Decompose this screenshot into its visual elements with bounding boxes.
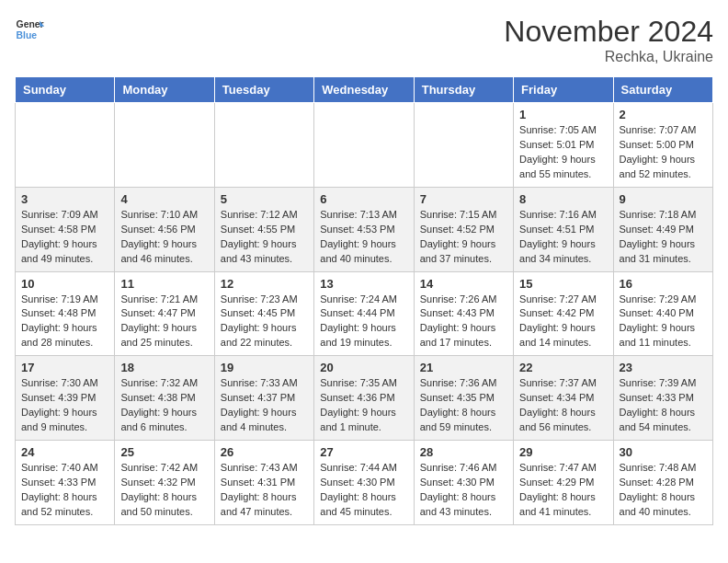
calendar-cell <box>16 103 115 188</box>
logo: General Blue <box>15 15 44 44</box>
day-number: 29 <box>519 445 607 459</box>
day-header-friday: Friday <box>514 77 613 103</box>
day-info: Sunrise: 7:30 AM Sunset: 4:39 PM Dayligh… <box>21 376 108 435</box>
day-info: Sunrise: 7:33 AM Sunset: 4:37 PM Dayligh… <box>221 376 308 435</box>
day-info: Sunrise: 7:42 AM Sunset: 4:32 PM Dayligh… <box>120 461 208 520</box>
day-number: 9 <box>620 192 707 206</box>
calendar-week-row: 1Sunrise: 7:05 AM Sunset: 5:01 PM Daylig… <box>16 103 713 188</box>
day-number: 22 <box>519 361 607 374</box>
day-number: 11 <box>120 277 208 291</box>
day-info: Sunrise: 7:32 AM Sunset: 4:38 PM Dayligh… <box>120 376 208 435</box>
day-number: 7 <box>420 192 507 206</box>
calendar-cell: 29Sunrise: 7:47 AM Sunset: 4:29 PM Dayli… <box>514 441 613 525</box>
calendar-cell: 3Sunrise: 7:09 AM Sunset: 4:58 PM Daylig… <box>16 187 115 271</box>
svg-text:Blue: Blue <box>17 30 38 40</box>
day-info: Sunrise: 7:46 AM Sunset: 4:30 PM Dayligh… <box>420 461 507 520</box>
calendar-cell <box>314 103 414 188</box>
day-info: Sunrise: 7:05 AM Sunset: 5:01 PM Dayligh… <box>519 123 607 182</box>
calendar-cell <box>115 103 214 188</box>
day-info: Sunrise: 7:07 AM Sunset: 5:00 PM Dayligh… <box>620 123 707 182</box>
calendar-cell: 23Sunrise: 7:39 AM Sunset: 4:33 PM Dayli… <box>613 356 712 441</box>
day-info: Sunrise: 7:44 AM Sunset: 4:30 PM Dayligh… <box>320 461 407 520</box>
day-info: Sunrise: 7:10 AM Sunset: 4:56 PM Dayligh… <box>120 208 208 267</box>
day-info: Sunrise: 7:21 AM Sunset: 4:47 PM Dayligh… <box>120 293 208 351</box>
day-header-tuesday: Tuesday <box>214 77 313 103</box>
day-info: Sunrise: 7:15 AM Sunset: 4:52 PM Dayligh… <box>420 208 507 267</box>
calendar-cell: 17Sunrise: 7:30 AM Sunset: 4:39 PM Dayli… <box>16 356 115 441</box>
day-info: Sunrise: 7:36 AM Sunset: 4:35 PM Dayligh… <box>420 376 507 435</box>
day-info: Sunrise: 7:29 AM Sunset: 4:40 PM Dayligh… <box>620 293 707 351</box>
day-number: 19 <box>221 361 308 374</box>
calendar-cell: 27Sunrise: 7:44 AM Sunset: 4:30 PM Dayli… <box>314 441 414 525</box>
day-number: 24 <box>21 445 108 459</box>
calendar-cell: 6Sunrise: 7:13 AM Sunset: 4:53 PM Daylig… <box>314 187 414 271</box>
day-number: 25 <box>120 445 208 459</box>
calendar-cell: 5Sunrise: 7:12 AM Sunset: 4:55 PM Daylig… <box>214 187 313 271</box>
calendar-body: 1Sunrise: 7:05 AM Sunset: 5:01 PM Daylig… <box>16 103 713 525</box>
calendar-cell <box>414 103 513 188</box>
day-info: Sunrise: 7:35 AM Sunset: 4:36 PM Dayligh… <box>320 376 407 435</box>
calendar-cell: 2Sunrise: 7:07 AM Sunset: 5:00 PM Daylig… <box>613 103 712 188</box>
day-number: 1 <box>519 108 607 121</box>
calendar-cell <box>214 103 313 188</box>
calendar-table: SundayMondayTuesdayWednesdayThursdayFrid… <box>15 76 713 525</box>
day-info: Sunrise: 7:47 AM Sunset: 4:29 PM Dayligh… <box>519 461 607 520</box>
day-number: 12 <box>221 277 308 291</box>
day-info: Sunrise: 7:09 AM Sunset: 4:58 PM Dayligh… <box>21 208 108 267</box>
day-number: 16 <box>620 277 707 291</box>
day-number: 30 <box>620 445 707 459</box>
calendar-cell: 24Sunrise: 7:40 AM Sunset: 4:33 PM Dayli… <box>16 441 115 525</box>
calendar-cell: 12Sunrise: 7:23 AM Sunset: 4:45 PM Dayli… <box>214 271 313 356</box>
day-number: 27 <box>320 445 407 459</box>
day-info: Sunrise: 7:40 AM Sunset: 4:33 PM Dayligh… <box>21 461 108 520</box>
calendar-week-row: 24Sunrise: 7:40 AM Sunset: 4:33 PM Dayli… <box>16 441 713 525</box>
calendar-cell: 16Sunrise: 7:29 AM Sunset: 4:40 PM Dayli… <box>613 271 712 356</box>
calendar-week-row: 10Sunrise: 7:19 AM Sunset: 4:48 PM Dayli… <box>16 271 713 356</box>
calendar-cell: 4Sunrise: 7:10 AM Sunset: 4:56 PM Daylig… <box>115 187 214 271</box>
page-header: General Blue November 2024 Rechka, Ukrai… <box>15 15 713 65</box>
calendar-week-row: 3Sunrise: 7:09 AM Sunset: 4:58 PM Daylig… <box>16 187 713 271</box>
day-number: 17 <box>21 361 108 374</box>
day-number: 21 <box>420 361 507 374</box>
day-info: Sunrise: 7:24 AM Sunset: 4:44 PM Dayligh… <box>320 293 407 351</box>
calendar-cell: 26Sunrise: 7:43 AM Sunset: 4:31 PM Dayli… <box>214 441 313 525</box>
calendar-cell: 28Sunrise: 7:46 AM Sunset: 4:30 PM Dayli… <box>414 441 513 525</box>
day-info: Sunrise: 7:12 AM Sunset: 4:55 PM Dayligh… <box>221 208 308 267</box>
calendar-cell: 14Sunrise: 7:26 AM Sunset: 4:43 PM Dayli… <box>414 271 513 356</box>
day-info: Sunrise: 7:19 AM Sunset: 4:48 PM Dayligh… <box>21 293 108 351</box>
day-header-sunday: Sunday <box>16 77 115 103</box>
calendar-week-row: 17Sunrise: 7:30 AM Sunset: 4:39 PM Dayli… <box>16 356 713 441</box>
day-number: 2 <box>620 108 707 121</box>
day-info: Sunrise: 7:18 AM Sunset: 4:49 PM Dayligh… <box>620 208 707 267</box>
calendar-cell: 22Sunrise: 7:37 AM Sunset: 4:34 PM Dayli… <box>514 356 613 441</box>
day-header-monday: Monday <box>115 77 214 103</box>
title-block: November 2024 Rechka, Ukraine <box>504 15 713 65</box>
day-info: Sunrise: 7:43 AM Sunset: 4:31 PM Dayligh… <box>221 461 308 520</box>
day-number: 13 <box>320 277 407 291</box>
calendar-cell: 13Sunrise: 7:24 AM Sunset: 4:44 PM Dayli… <box>314 271 414 356</box>
day-info: Sunrise: 7:48 AM Sunset: 4:28 PM Dayligh… <box>620 461 707 520</box>
calendar-cell: 15Sunrise: 7:27 AM Sunset: 4:42 PM Dayli… <box>514 271 613 356</box>
location-subtitle: Rechka, Ukraine <box>504 49 713 65</box>
day-info: Sunrise: 7:16 AM Sunset: 4:51 PM Dayligh… <box>519 208 607 267</box>
calendar-cell: 7Sunrise: 7:15 AM Sunset: 4:52 PM Daylig… <box>414 187 513 271</box>
day-info: Sunrise: 7:26 AM Sunset: 4:43 PM Dayligh… <box>420 293 507 351</box>
calendar-cell: 8Sunrise: 7:16 AM Sunset: 4:51 PM Daylig… <box>514 187 613 271</box>
logo-icon: General Blue <box>15 15 44 44</box>
day-number: 15 <box>519 277 607 291</box>
day-info: Sunrise: 7:39 AM Sunset: 4:33 PM Dayligh… <box>620 376 707 435</box>
day-number: 3 <box>21 192 108 206</box>
day-header-saturday: Saturday <box>613 77 712 103</box>
day-number: 18 <box>120 361 208 374</box>
day-info: Sunrise: 7:13 AM Sunset: 4:53 PM Dayligh… <box>320 208 407 267</box>
calendar-cell: 10Sunrise: 7:19 AM Sunset: 4:48 PM Dayli… <box>16 271 115 356</box>
day-number: 20 <box>320 361 407 374</box>
calendar-cell: 21Sunrise: 7:36 AM Sunset: 4:35 PM Dayli… <box>414 356 513 441</box>
day-number: 5 <box>221 192 308 206</box>
day-number: 10 <box>21 277 108 291</box>
calendar-header-row: SundayMondayTuesdayWednesdayThursdayFrid… <box>16 77 713 103</box>
day-number: 28 <box>420 445 507 459</box>
day-info: Sunrise: 7:37 AM Sunset: 4:34 PM Dayligh… <box>519 376 607 435</box>
day-number: 8 <box>519 192 607 206</box>
day-number: 26 <box>221 445 308 459</box>
